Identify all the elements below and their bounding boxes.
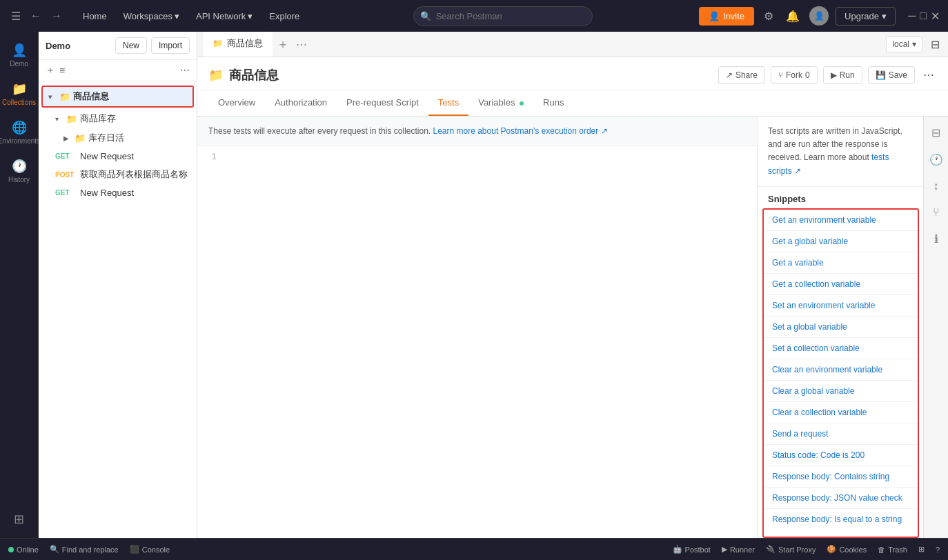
- tab-overview[interactable]: Overview: [208, 90, 265, 116]
- collection-name: 商品信息: [73, 90, 109, 103]
- workspace-name: Demo: [46, 41, 111, 51]
- layout-icon[interactable]: ⊟: [928, 35, 942, 54]
- info-banner: These tests will execute after every req…: [197, 117, 758, 146]
- snippet-json-value-check[interactable]: Response body: JSON value check: [764, 488, 918, 509]
- sidebar-item-history[interactable]: 🕐 History: [2, 153, 37, 189]
- back-button[interactable]: ←: [28, 7, 44, 25]
- snippet-set-global-var[interactable]: Set a global variable: [764, 317, 918, 338]
- more-actions-button[interactable]: ⋯: [920, 66, 937, 84]
- snippet-clear-global-var[interactable]: Clear a global variable: [764, 381, 918, 402]
- menu-icon[interactable]: ☰: [8, 7, 23, 26]
- snippet-set-collection-var[interactable]: Set a collection variable: [764, 338, 918, 359]
- snippet-body-equal-string[interactable]: Response body: Is equal to a string: [764, 509, 918, 530]
- settings-icon[interactable]: ⚙: [761, 7, 776, 26]
- help-button[interactable]: ?: [936, 546, 940, 554]
- snippet-clear-collection-var[interactable]: Clear a collection variable: [764, 402, 918, 423]
- fork-icon: ⑂: [778, 70, 783, 80]
- layout-right-icon[interactable]: ⊟: [927, 122, 945, 143]
- workspaces-dropdown[interactable]: Workspaces ▾: [117, 8, 186, 24]
- tab-shanpin[interactable]: 📁 商品信息: [203, 32, 273, 57]
- sidebar-item-user[interactable]: 👤 Demo: [2, 37, 37, 73]
- fork-right-icon[interactable]: ⑂: [929, 202, 944, 223]
- request-item-1[interactable]: GET New Request: [39, 148, 197, 165]
- execution-order-link[interactable]: Postman's execution order ↗: [501, 126, 608, 136]
- search-input[interactable]: [413, 6, 593, 26]
- snippet-send-request[interactable]: Send a request: [764, 423, 918, 445]
- add-tab-button[interactable]: ＋: [273, 36, 293, 52]
- snippet-get-collection-var[interactable]: Get a collection variable: [764, 274, 918, 295]
- snippet-status-code[interactable]: Status code: Code is 200: [764, 445, 918, 466]
- tab-pre-request[interactable]: Pre-request Script: [337, 90, 428, 116]
- environment-selector[interactable]: local ▾: [886, 36, 922, 52]
- history-icon: 🕐: [12, 159, 27, 174]
- collection-view: These tests will execute after every req…: [197, 117, 948, 538]
- sidebar-item-collections[interactable]: 📁 Collections: [2, 76, 37, 112]
- api-network-dropdown[interactable]: API Network ▾: [189, 8, 259, 24]
- snippet-get-global-var[interactable]: Get a global variable: [764, 231, 918, 252]
- tab-authorization[interactable]: Authorization: [265, 90, 337, 116]
- sidebar-item-mock[interactable]: ⊞: [2, 506, 37, 532]
- fork-button[interactable]: ⑂ Fork 0: [771, 66, 818, 84]
- sort-button[interactable]: ≡: [59, 65, 65, 76]
- request-item-3[interactable]: GET New Request: [39, 184, 197, 201]
- start-proxy-button[interactable]: 🔌 Start Proxy: [766, 545, 816, 554]
- variables-dot: [520, 101, 524, 106]
- snippet-get-env-var[interactable]: Get an environment variable: [764, 210, 918, 231]
- minimize-button[interactable]: ─: [908, 10, 916, 23]
- right-panel: ➜ 脚本片段 Test scripts are written in JavaS…: [758, 117, 923, 538]
- new-button[interactable]: New: [115, 37, 147, 54]
- postbot-icon: 🤖: [673, 545, 682, 554]
- run-button[interactable]: ▶ Run: [823, 66, 862, 84]
- code-editor[interactable]: 1: [197, 146, 758, 538]
- forward-button[interactable]: →: [48, 7, 65, 25]
- folder-item-2[interactable]: ▶ 📁 库存日活: [39, 128, 197, 148]
- home-link[interactable]: Home: [76, 8, 114, 24]
- postbot-button[interactable]: 🤖 Postbot: [673, 545, 711, 554]
- import-button[interactable]: Import: [151, 37, 190, 54]
- add-collection-button[interactable]: ＋: [46, 64, 55, 77]
- trash-button[interactable]: 🗑 Trash: [878, 546, 907, 554]
- snippet-get-var[interactable]: Get a variable: [764, 252, 918, 274]
- folder-item-1[interactable]: ▾ 📁 商品库存: [39, 109, 197, 128]
- maximize-button[interactable]: □: [920, 10, 927, 23]
- console-button[interactable]: ⬛ Console: [130, 545, 170, 554]
- right-panel-info: Test scripts are written in JavaScript, …: [758, 117, 923, 187]
- close-button[interactable]: ✕: [931, 10, 940, 23]
- cookies-button[interactable]: 🍪 Cookies: [827, 545, 867, 554]
- runner-label: Runner: [730, 546, 755, 554]
- trash-icon: 🗑: [878, 546, 885, 554]
- chevron-down-icon: ▾: [912, 39, 916, 49]
- online-indicator[interactable]: Online: [8, 546, 39, 554]
- more-options-button[interactable]: ⋯: [180, 65, 190, 76]
- invite-button[interactable]: 👤 Invite: [699, 7, 754, 26]
- chevron-right-icon: ▶: [63, 134, 72, 142]
- learn-more-link[interactable]: Learn more about: [433, 126, 499, 136]
- sidebar-item-environments[interactable]: 🌐 Environments: [2, 114, 37, 150]
- notifications-icon[interactable]: 🔔: [783, 7, 802, 26]
- tab-tests[interactable]: Tests: [428, 90, 468, 116]
- snippet-clear-env-var[interactable]: Clear an environment variable: [764, 359, 918, 381]
- tab-more-button[interactable]: ⋯: [293, 38, 310, 51]
- collection-root-item[interactable]: ▾ 📁 商品信息: [43, 87, 192, 106]
- snippet-set-env-var[interactable]: Set an environment variable: [764, 295, 918, 317]
- share-button[interactable]: ↗ Share: [718, 66, 765, 84]
- save-button[interactable]: 💾 Save: [868, 66, 915, 84]
- history-right-icon[interactable]: 🕐: [925, 149, 947, 170]
- sync-icon[interactable]: ↕: [929, 176, 943, 197]
- method-badge-get: GET: [55, 152, 77, 160]
- snippet-body-contains-string[interactable]: Response body: Contains string: [764, 466, 918, 488]
- info-icon[interactable]: ℹ: [930, 228, 942, 250]
- runner-button[interactable]: ▶ Runner: [722, 545, 755, 554]
- tab-variables[interactable]: Variables: [468, 90, 533, 116]
- statusbar-left: Online 🔍 Find and replace ⬛ Console: [8, 545, 170, 554]
- invite-icon: 👤: [709, 11, 720, 21]
- tab-runs[interactable]: Runs: [533, 90, 573, 116]
- avatar[interactable]: 👤: [809, 6, 829, 26]
- collection-root: ▾ 📁 商品信息: [41, 86, 194, 108]
- explore-link[interactable]: Explore: [262, 8, 306, 24]
- upgrade-button[interactable]: Upgrade ▾: [836, 7, 896, 26]
- request-item-2[interactable]: POST 获取商品列表根据商品名称: [39, 165, 197, 184]
- search-icon: 🔍: [420, 11, 431, 21]
- grid-icon-button[interactable]: ⊞: [918, 545, 925, 554]
- find-replace-button[interactable]: 🔍 Find and replace: [50, 545, 119, 554]
